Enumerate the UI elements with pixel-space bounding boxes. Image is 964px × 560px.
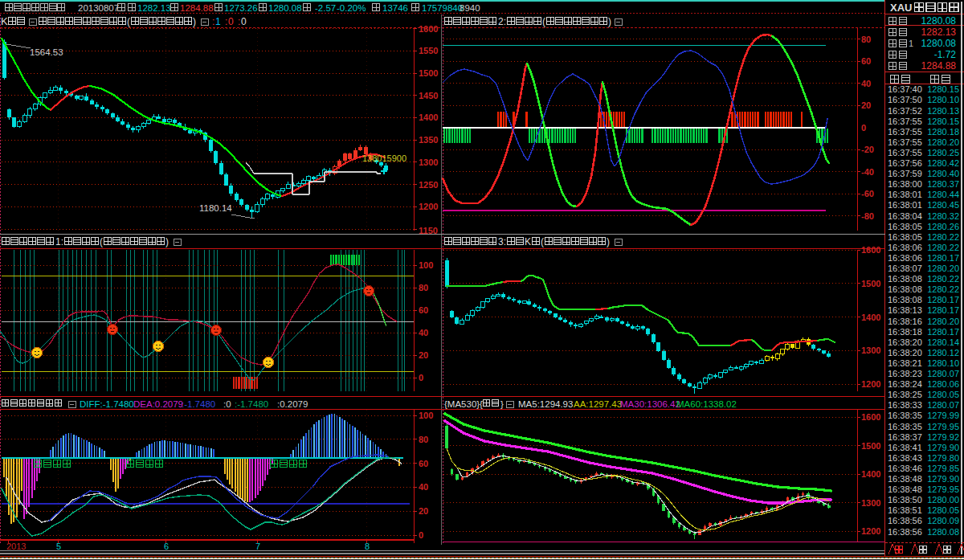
svg-text:1273.26: 1273.26 bbox=[224, 3, 258, 13]
svg-text:3:: 3: bbox=[498, 236, 506, 247]
svg-text:1280.40: 1280.40 bbox=[927, 169, 959, 178]
svg-text:1400: 1400 bbox=[419, 112, 438, 122]
svg-text:1280.17: 1280.17 bbox=[927, 295, 959, 305]
svg-text:100: 100 bbox=[419, 411, 433, 420]
svg-text:16:37:55: 16:37:55 bbox=[888, 137, 922, 147]
svg-text:16:38:43: 16:38:43 bbox=[888, 453, 922, 463]
svg-text:80: 80 bbox=[861, 35, 871, 44]
svg-text:16:38:51: 16:38:51 bbox=[888, 505, 922, 515]
svg-text:-0.20%: -0.20% bbox=[337, 3, 366, 13]
svg-text:7: 7 bbox=[255, 542, 260, 551]
svg-text:8: 8 bbox=[365, 542, 370, 551]
svg-text:1280.00: 1280.00 bbox=[927, 495, 959, 505]
svg-text:1280.20: 1280.20 bbox=[927, 264, 959, 273]
svg-text:20: 20 bbox=[419, 350, 428, 360]
svg-text::: : bbox=[212, 16, 214, 27]
svg-text:16:38:01: 16:38:01 bbox=[888, 200, 922, 210]
svg-text:1280.05: 1280.05 bbox=[927, 505, 959, 515]
svg-text:1280.07: 1280.07 bbox=[927, 400, 959, 410]
svg-text:MA30:1306.42: MA30:1306.42 bbox=[620, 399, 680, 409]
svg-text:16:38:06: 16:38:06 bbox=[888, 243, 922, 252]
svg-text:1279.80: 1279.80 bbox=[927, 453, 959, 463]
svg-text::-1.7480: :-1.7480 bbox=[235, 399, 268, 409]
svg-text:16:37:50: 16:37:50 bbox=[888, 95, 922, 104]
svg-text:16:38:05: 16:38:05 bbox=[888, 222, 922, 231]
svg-text:1279.95: 1279.95 bbox=[927, 422, 959, 431]
svg-text:DIFF:-1.7480: DIFF:-1.7480 bbox=[80, 399, 134, 409]
svg-text:MA5:1294.93: MA5:1294.93 bbox=[518, 399, 573, 409]
svg-text:(: ( bbox=[127, 16, 130, 27]
svg-text::: : bbox=[238, 16, 240, 27]
svg-text:60: 60 bbox=[419, 305, 428, 315]
svg-text:40: 40 bbox=[419, 328, 428, 337]
svg-text:1280.25: 1280.25 bbox=[927, 148, 959, 157]
svg-text:16:37:59: 16:37:59 bbox=[888, 169, 922, 178]
svg-text::: : bbox=[225, 16, 227, 27]
svg-text:16:38:08: 16:38:08 bbox=[888, 284, 922, 294]
svg-text:1280.08: 1280.08 bbox=[927, 527, 959, 537]
svg-text:1280.13: 1280.13 bbox=[927, 106, 959, 116]
svg-text:1250: 1250 bbox=[419, 180, 438, 190]
svg-text:1300: 1300 bbox=[861, 345, 880, 355]
svg-text:1:: 1: bbox=[55, 236, 63, 247]
svg-text:1280.06: 1280.06 bbox=[927, 379, 959, 389]
svg-text:40: 40 bbox=[861, 79, 871, 88]
svg-text:16:38:05: 16:38:05 bbox=[888, 232, 922, 242]
svg-text:1280.17: 1280.17 bbox=[927, 327, 959, 337]
svg-text:1279.92: 1279.92 bbox=[927, 432, 959, 442]
svg-text:-80: -80 bbox=[861, 211, 874, 221]
svg-text:1280.45: 1280.45 bbox=[927, 200, 959, 210]
svg-text:1280.15: 1280.15 bbox=[927, 84, 959, 94]
svg-text:): ) bbox=[165, 236, 169, 247]
svg-text:16:38:18: 16:38:18 bbox=[888, 327, 922, 337]
svg-text:): ) bbox=[193, 16, 196, 27]
svg-text:1280.12: 1280.12 bbox=[927, 348, 959, 358]
svg-text:16:38:25: 16:38:25 bbox=[888, 390, 922, 399]
svg-text:60: 60 bbox=[419, 459, 428, 468]
svg-text:XAU: XAU bbox=[890, 2, 912, 14]
svg-text:1280.17: 1280.17 bbox=[927, 253, 959, 263]
svg-text:(: ( bbox=[541, 236, 544, 247]
svg-text:16:38:41: 16:38:41 bbox=[888, 443, 922, 452]
svg-text:16:38:37: 16:38:37 bbox=[888, 432, 922, 442]
svg-text::-1.7480: :-1.7480 bbox=[182, 399, 215, 409]
svg-text:1400: 1400 bbox=[861, 313, 880, 322]
svg-text:1600: 1600 bbox=[861, 412, 880, 422]
svg-text::0: :0 bbox=[223, 399, 231, 409]
svg-text:60: 60 bbox=[861, 56, 871, 66]
svg-text:1200: 1200 bbox=[861, 526, 880, 536]
svg-text:1280.26: 1280.26 bbox=[927, 222, 959, 231]
svg-text:16:38:13: 16:38:13 bbox=[888, 305, 922, 315]
svg-text:1279.90: 1279.90 bbox=[927, 443, 959, 452]
svg-text:16:38:48: 16:38:48 bbox=[888, 484, 922, 494]
svg-text:1280.05: 1280.05 bbox=[927, 390, 959, 399]
svg-text:1280.22: 1280.22 bbox=[927, 284, 959, 294]
svg-text:1284.88: 1284.88 bbox=[180, 3, 214, 13]
svg-text:6: 6 bbox=[164, 542, 169, 551]
svg-text:16:38:35: 16:38:35 bbox=[888, 422, 922, 431]
svg-text:2:: 2: bbox=[498, 16, 506, 27]
svg-text:1550: 1550 bbox=[419, 46, 438, 55]
svg-text:16:37:55: 16:37:55 bbox=[888, 116, 922, 126]
svg-text:16:38:01: 16:38:01 bbox=[888, 190, 922, 199]
svg-text:1300: 1300 bbox=[861, 498, 880, 508]
svg-text:0: 0 bbox=[241, 16, 247, 27]
svg-text:0: 0 bbox=[861, 123, 866, 133]
svg-text:16:37:56: 16:37:56 bbox=[888, 158, 922, 168]
svg-text:1280.09: 1280.09 bbox=[927, 516, 959, 525]
svg-text:K: K bbox=[525, 236, 531, 247]
svg-text:1279.90: 1279.90 bbox=[927, 474, 959, 484]
svg-text:16:38:20: 16:38:20 bbox=[888, 348, 922, 358]
svg-text:1280.22: 1280.22 bbox=[927, 243, 959, 252]
svg-text:0: 0 bbox=[419, 530, 423, 540]
svg-text:16:38:07: 16:38:07 bbox=[888, 264, 922, 273]
svg-text:16:38:56: 16:38:56 bbox=[888, 516, 922, 525]
svg-text:5: 5 bbox=[56, 542, 61, 551]
svg-text:-2.57: -2.57 bbox=[315, 3, 336, 13]
svg-text:13746: 13746 bbox=[382, 3, 408, 13]
svg-text:{MA530}{: {MA530}{ bbox=[444, 399, 483, 409]
svg-text:1282.13: 1282.13 bbox=[137, 3, 171, 13]
svg-text:20: 20 bbox=[861, 100, 871, 110]
svg-text:1200: 1200 bbox=[419, 202, 438, 211]
svg-text:16:38:06: 16:38:06 bbox=[888, 253, 922, 263]
